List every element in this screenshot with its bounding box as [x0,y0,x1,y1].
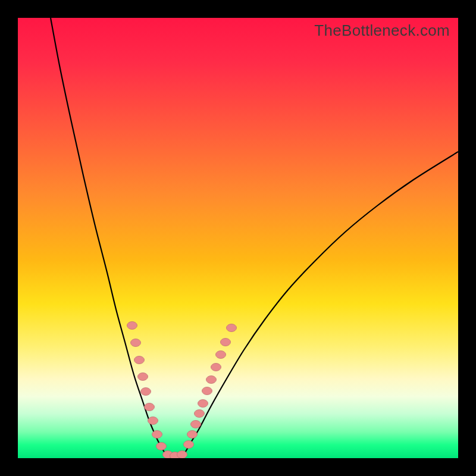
data-marker [198,400,208,408]
data-marker [177,451,187,459]
plot-area: TheBottleneck.com [18,18,458,458]
data-marker [227,324,237,332]
right-curve [183,152,458,456]
data-marker [138,373,148,381]
data-marker [152,431,162,439]
chart-frame: TheBottleneck.com [0,0,476,476]
data-marker [216,351,226,359]
data-marker [202,387,212,395]
data-marker [191,421,201,428]
data-marker [134,356,145,364]
data-marker [206,376,217,384]
data-marker [131,339,141,347]
data-marker [148,417,158,425]
data-marker [187,431,198,439]
data-marker [156,443,167,450]
data-marker [141,388,151,396]
data-marker [145,403,155,411]
watermark-text: TheBottleneck.com [314,21,450,40]
data-marker [195,410,205,418]
data-marker [221,339,231,346]
data-marker [184,441,194,449]
curves-svg [18,18,458,458]
data-marker [127,322,137,330]
data-marker [211,364,221,371]
